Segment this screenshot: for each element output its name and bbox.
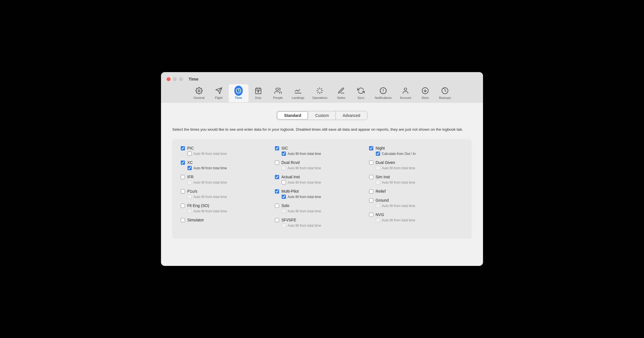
minimize-button[interactable] (173, 77, 177, 81)
label-ifr-auto[interactable]: Auto fill from total time (193, 181, 227, 184)
label-p1us-auto[interactable]: Auto fill from total time (193, 195, 227, 199)
checkbox-sfi-sfe[interactable] (275, 218, 279, 222)
toolbar-item-flight-label: Flight (215, 96, 222, 99)
checkbox-ifr[interactable] (181, 175, 185, 179)
label-xc-auto[interactable]: Auto fill from total time (193, 166, 227, 170)
label-relief[interactable]: Relief (376, 189, 386, 194)
checkbox-actual-inst-auto[interactable] (282, 180, 286, 184)
label-pic-auto[interactable]: Auto fill from total time (193, 152, 227, 156)
toolbar-item-store[interactable]: Store (415, 84, 435, 102)
checkbox-multi-pilot[interactable] (275, 189, 279, 194)
toolbar-item-general[interactable]: General (189, 84, 209, 102)
label-multi-pilot[interactable]: Multi-Pilot (281, 189, 299, 194)
label-flt-eng-auto[interactable]: Auto fill from total time (193, 209, 227, 213)
checkbox-pic[interactable] (181, 146, 185, 150)
label-dual-rcvd[interactable]: Dual Rcvd (281, 160, 300, 165)
label-night-calc[interactable]: Calculate from Out / In (382, 152, 416, 156)
checkbox-solo[interactable] (275, 204, 279, 208)
checkbox-nvg-auto[interactable] (376, 218, 380, 222)
label-solo-auto[interactable]: Auto fill from total time (288, 209, 321, 213)
toolbar-item-duty[interactable]: Duty (248, 84, 268, 102)
option-main-relief: Relief (369, 189, 463, 194)
checkbox-sic[interactable] (275, 146, 279, 150)
checkbox-simulator[interactable] (181, 218, 185, 222)
options-grid: PIC Auto fill from total time XC (181, 146, 463, 232)
checkbox-solo-auto[interactable] (282, 209, 286, 213)
label-ground-auto[interactable]: Auto fill from total time (382, 204, 415, 208)
toolbar-item-sync-label: Sync (358, 96, 364, 99)
toolbar-item-account[interactable]: Account (396, 84, 415, 102)
toolbar-item-time[interactable]: Time (229, 84, 248, 102)
checkbox-xc[interactable] (181, 161, 185, 165)
toolbar-item-store-label: Store (422, 96, 429, 99)
label-p1us[interactable]: P1u/s (187, 189, 197, 194)
option-group-sfi-sfe: SFI/SFE Auto fill from total time (275, 218, 369, 228)
option-sub-pic: Auto fill from total time (188, 152, 275, 156)
toolbar-item-notes[interactable]: Notes (331, 84, 351, 102)
option-sub-ifr: Auto fill from total time (188, 180, 275, 184)
description-text: Select the times you would like to see a… (172, 127, 472, 132)
checkbox-sic-auto[interactable] (282, 152, 286, 156)
label-simulator[interactable]: Simulator (187, 218, 204, 222)
option-sub-sic: Auto fill from total time (282, 152, 369, 156)
label-pic[interactable]: PIC (187, 146, 194, 150)
checkbox-ground[interactable] (369, 198, 373, 203)
checkbox-sfi-sfe-auto[interactable] (282, 223, 286, 228)
label-solo[interactable]: Solo (281, 203, 289, 208)
toolbar-item-flight[interactable]: Flight (209, 84, 229, 102)
label-dual-rcvd-auto[interactable]: Auto fill from total time (288, 166, 321, 170)
checkbox-dual-given-auto[interactable] (376, 166, 380, 170)
label-sic-auto[interactable]: Auto fill from total time (288, 152, 321, 156)
toolbar-item-landings[interactable]: Landings (288, 84, 308, 102)
checkbox-p1us[interactable] (181, 189, 185, 194)
checkbox-sim-inst-auto[interactable] (376, 180, 380, 184)
label-nvg[interactable]: NVG (376, 212, 384, 217)
checkbox-night-calc[interactable] (376, 152, 380, 156)
checkbox-relief[interactable] (369, 189, 373, 194)
toolbar-item-backups[interactable]: Backups (435, 84, 455, 102)
toolbar-item-notifications[interactable]: Notifications (371, 84, 396, 102)
toolbar-item-operations[interactable]: Operations (308, 84, 331, 102)
checkbox-pic-auto[interactable] (188, 152, 192, 156)
traffic-lights (167, 77, 183, 81)
label-xc[interactable]: XC (187, 160, 193, 165)
label-multi-pilot-auto[interactable]: Auto fill from total time (288, 195, 321, 199)
toolbar-item-sync[interactable]: Sync (351, 84, 371, 102)
checkbox-night[interactable] (369, 146, 373, 150)
checkbox-flt-eng[interactable] (181, 204, 185, 208)
checkbox-nvg[interactable] (369, 213, 373, 217)
label-sfi-sfe-auto[interactable]: Auto fill from total time (288, 224, 321, 228)
label-night[interactable]: Night (376, 146, 385, 150)
label-ground[interactable]: Ground (376, 198, 389, 203)
checkbox-dual-rcvd-auto[interactable] (282, 166, 286, 170)
label-actual-inst[interactable]: Actual Inst (281, 175, 300, 179)
checkbox-multi-pilot-auto[interactable] (282, 195, 286, 199)
checkbox-flt-eng-auto[interactable] (188, 209, 192, 213)
fullscreen-button[interactable] (179, 77, 183, 81)
label-dual-given-auto[interactable]: Auto fill from total time (382, 166, 415, 170)
tab-custom[interactable]: Custom (308, 111, 336, 120)
checkbox-ifr-auto[interactable] (188, 180, 192, 184)
label-sic[interactable]: SIC (281, 146, 288, 150)
checkbox-dual-rcvd[interactable] (275, 161, 279, 165)
checkbox-dual-given[interactable] (369, 161, 373, 165)
checkbox-xc-auto[interactable] (188, 166, 192, 170)
label-dual-given[interactable]: Dual Given (376, 160, 395, 165)
label-sim-inst-auto[interactable]: Auto fill from total time (382, 181, 415, 184)
label-actual-inst-auto[interactable]: Auto fill from total time (288, 181, 321, 184)
label-nvg-auto[interactable]: Auto fill from total time (382, 218, 415, 222)
option-main-sim-inst: Sim Inst (369, 175, 463, 179)
checkbox-actual-inst[interactable] (275, 175, 279, 179)
label-sim-inst[interactable]: Sim Inst (376, 175, 390, 179)
checkbox-ground-auto[interactable] (376, 204, 380, 208)
checkbox-p1us-auto[interactable] (188, 195, 192, 199)
checkbox-sim-inst[interactable] (369, 175, 373, 179)
label-flt-eng[interactable]: Flt Eng (SO) (187, 203, 209, 208)
tab-standard[interactable]: Standard (277, 112, 308, 119)
toolbar-item-people[interactable]: People (268, 84, 288, 102)
close-button[interactable] (167, 77, 171, 81)
label-ifr[interactable]: IFR (187, 175, 194, 179)
label-sfi-sfe[interactable]: SFI/SFE (281, 218, 296, 222)
tab-advanced[interactable]: Advanced (336, 111, 367, 120)
svg-line-12 (318, 88, 319, 89)
